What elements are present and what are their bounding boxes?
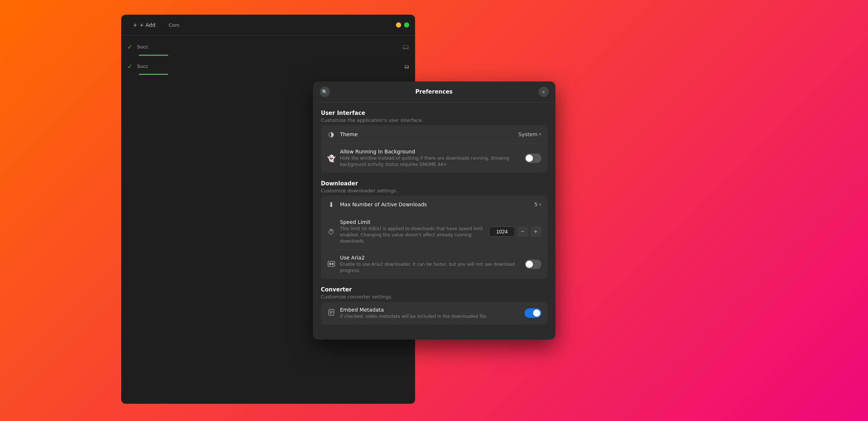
background-toggle[interactable] — [525, 153, 541, 163]
theme-control[interactable]: System ▾ — [518, 131, 541, 137]
embed-metadata-icon — [327, 309, 336, 317]
maximize-btn[interactable] — [404, 22, 409, 28]
aria2-description: Enable to use Aria2 downloader. It can b… — [340, 261, 520, 274]
svg-rect-2 — [332, 263, 334, 265]
speed-limit-label: Speed Limit — [340, 219, 485, 225]
embed-metadata-label: Embed Metadata — [340, 307, 520, 313]
status-1: Succ — [137, 44, 148, 50]
aria2-toggle-knob — [526, 261, 533, 268]
downloader-title: Downloader — [321, 180, 547, 187]
speed-limit-input[interactable] — [489, 226, 515, 237]
speed-limit-content: Speed Limit This limit (in KiB/s) is app… — [340, 219, 485, 244]
svg-rect-0 — [328, 261, 335, 266]
user-interface-group: ◑ Theme System ▾ 👻 Allow Running In Back… — [321, 125, 547, 173]
user-interface-section-header: User Interface Customize the application… — [321, 110, 547, 123]
minimize-btn[interactable] — [396, 22, 401, 28]
column-header: Com — [169, 22, 180, 28]
background-label: Allow Running In Background — [340, 149, 520, 155]
check-icon-2: ✓ — [127, 62, 133, 70]
add-icon: + — [133, 22, 137, 28]
titlebar-right-actions: × — [539, 87, 549, 97]
titlebar-left-actions: 🔍 — [320, 87, 330, 97]
aria2-row: Use Aria2 Enable to use Aria2 downloader… — [321, 250, 547, 279]
close-button[interactable]: × — [539, 87, 549, 97]
max-downloads-value: 5 — [534, 202, 538, 207]
preferences-dialog: 🔍 Preferences × User Interface Customize… — [313, 81, 555, 339]
speed-limit-decrement[interactable]: − — [517, 226, 528, 237]
max-downloads-label: Max Number of Active Downloads — [340, 202, 530, 207]
speed-limit-increment[interactable]: + — [530, 226, 541, 237]
dialog-titlebar: 🔍 Preferences × — [313, 81, 555, 102]
theme-row: ◑ Theme System ▾ — [321, 125, 547, 144]
speed-limit-control: − + — [489, 226, 541, 237]
embed-metadata-row: Embed Metadata If checked, video metadat… — [321, 302, 547, 325]
background-row: 👻 Allow Running In Background Hide the w… — [321, 144, 547, 173]
theme-value: System — [518, 131, 537, 137]
bg-window-titlebar: + + Add Com — [121, 15, 415, 36]
background-content: Allow Running In Background Hide the win… — [340, 149, 520, 168]
background-icon: 👻 — [327, 155, 336, 162]
theme-dropdown-arrow: ▾ — [539, 132, 541, 137]
background-description: Hide the window instead of quitting if t… — [340, 155, 520, 168]
theme-content: Theme — [340, 131, 514, 137]
downloader-subtitle: Customize downloader settings. — [321, 188, 547, 193]
add-button[interactable]: + + Add — [127, 19, 161, 31]
speed-limit-row: ⏱ Speed Limit This limit (in KiB/s) is a… — [321, 214, 547, 250]
max-downloads-control[interactable]: 5 ▾ — [534, 202, 541, 207]
converter-title: Converter — [321, 286, 547, 293]
win-controls — [396, 22, 409, 28]
status-2: Succ — [137, 63, 148, 69]
downloader-group: ⬇ Max Number of Active Downloads 5 ▾ ⏱ S… — [321, 196, 547, 279]
progress-bar-2 — [139, 74, 168, 75]
folder-icon-2: 🗂 — [404, 63, 409, 69]
converter-group: Embed Metadata If checked, video metadat… — [321, 302, 547, 325]
progress-bar-1 — [139, 55, 168, 56]
user-interface-title: User Interface — [321, 110, 547, 116]
max-downloads-content: Max Number of Active Downloads — [340, 202, 530, 207]
max-downloads-row: ⬇ Max Number of Active Downloads 5 ▾ — [321, 196, 547, 214]
theme-label: Theme — [340, 131, 514, 137]
embed-metadata-description: If checked, video metadata will be inclu… — [340, 313, 520, 320]
bg-row-2: ✓ Succ 🗂 — [121, 59, 415, 74]
aria2-content: Use Aria2 Enable to use Aria2 downloader… — [340, 255, 520, 274]
max-downloads-dropdown[interactable]: 5 ▾ — [534, 202, 541, 207]
background-toggle-knob — [526, 155, 533, 162]
background-control[interactable] — [525, 153, 541, 163]
dialog-content: User Interface Customize the application… — [313, 102, 555, 339]
speed-limit-icon: ⏱ — [327, 228, 336, 236]
embed-metadata-content: Embed Metadata If checked, video metadat… — [340, 307, 520, 320]
aria2-toggle[interactable] — [525, 260, 541, 269]
check-icon-1: ✓ — [127, 43, 133, 51]
user-interface-subtitle: Customize the application's user interfa… — [321, 117, 547, 123]
speed-limit-description: This limit (in KiB/s) is applied to down… — [340, 226, 485, 244]
aria2-control[interactable] — [525, 260, 541, 269]
bg-window-content: ✓ Succ 🗂 ✓ Succ 🗂 — [121, 36, 415, 81]
dialog-title: Preferences — [330, 88, 539, 95]
search-button[interactable]: 🔍 — [320, 87, 330, 97]
aria2-label: Use Aria2 — [340, 255, 520, 261]
max-downloads-arrow: ▾ — [539, 202, 541, 207]
embed-metadata-toggle[interactable] — [525, 308, 541, 318]
speed-limit-number-control: − + — [489, 226, 541, 237]
converter-section-header: Converter Customize converter settings. — [321, 286, 547, 300]
embed-metadata-toggle-knob — [533, 309, 540, 317]
embed-metadata-control[interactable] — [525, 308, 541, 318]
bg-row-1: ✓ Succ 🗂 — [121, 39, 415, 55]
converter-subtitle: Customize converter settings. — [321, 294, 547, 300]
theme-icon: ◑ — [327, 130, 336, 138]
folder-icon-1: 🗂 — [402, 42, 409, 51]
aria2-icon — [327, 261, 336, 268]
downloader-section-header: Downloader Customize downloader settings… — [321, 180, 547, 193]
max-downloads-icon: ⬇ — [327, 201, 336, 208]
svg-rect-1 — [329, 263, 331, 265]
theme-dropdown[interactable]: System ▾ — [518, 131, 541, 137]
